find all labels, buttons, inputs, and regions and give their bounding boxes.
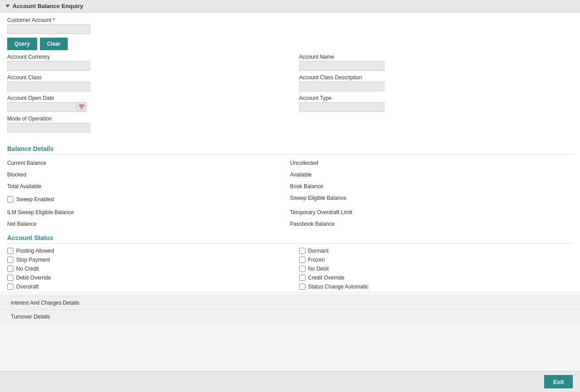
sweep-enabled-checkbox[interactable] bbox=[7, 196, 13, 202]
collapse-icon bbox=[5, 4, 10, 8]
debit-override-label: Debit Override bbox=[16, 275, 51, 281]
no-credit-checkbox[interactable] bbox=[7, 266, 13, 272]
stop-payment-checkbox[interactable] bbox=[7, 257, 13, 263]
sweep-eligible-balance-label: Sweep Eligible Balance bbox=[290, 194, 432, 205]
account-open-date-group: Account Open Date 📅 bbox=[7, 95, 281, 112]
uncollected-value bbox=[432, 159, 573, 167]
balance-details-title: Balance Details bbox=[7, 141, 573, 154]
passbook-balance-label: Passbook Balance bbox=[290, 220, 432, 228]
status-col-right: Dormant Frozen No Debit Credit Override … bbox=[299, 246, 573, 291]
content-area: Account Currency Customer Account * Quer… bbox=[0, 13, 580, 141]
frozen-label: Frozen bbox=[308, 257, 325, 263]
ilm-sweep-label: ILM Sweep Eligible Balance bbox=[7, 208, 148, 216]
overdraft-label: Overdraft bbox=[16, 284, 39, 290]
balance-row-6: Net Balance Passbook Balance bbox=[7, 218, 573, 230]
status-change-automatic-label: Status Change Automatic bbox=[308, 284, 369, 290]
account-class-desc-input[interactable] bbox=[299, 82, 384, 91]
posting-allowed-row: Posting Allowed bbox=[7, 246, 281, 255]
frozen-checkbox[interactable] bbox=[299, 257, 305, 263]
status-two-col: Posting Allowed Stop Payment No Credit D… bbox=[7, 246, 573, 291]
account-status-section: Account Status Posting Allowed Stop Paym… bbox=[0, 230, 580, 291]
ca-label-text: Customer Account * bbox=[7, 17, 55, 23]
sweep-enabled-wrapper: Sweep Enabled bbox=[7, 194, 148, 205]
dormant-row: Dormant bbox=[299, 246, 573, 255]
total-available-label: Total Available bbox=[7, 182, 148, 190]
clear-button[interactable]: Clear bbox=[40, 38, 68, 50]
stop-payment-row: Stop Payment bbox=[7, 255, 281, 264]
net-balance-label: Net Balance bbox=[7, 220, 148, 228]
account-class-desc-label: Account Class Description bbox=[299, 74, 573, 81]
account-currency-input[interactable] bbox=[7, 61, 90, 71]
posting-allowed-checkbox[interactable] bbox=[7, 248, 13, 254]
book-balance-label: Book Balance bbox=[290, 182, 432, 190]
passbook-balance-value bbox=[432, 220, 573, 228]
status-col-left: Posting Allowed Stop Payment No Credit D… bbox=[7, 246, 299, 291]
sweep-enabled-value bbox=[148, 194, 290, 205]
account-status-title: Account Status bbox=[7, 230, 573, 243]
temp-overdraft-label: Temporary Overdraft Limit bbox=[290, 208, 432, 216]
uncollected-label: Uncollected bbox=[290, 159, 432, 167]
book-balance-value bbox=[432, 182, 573, 190]
form-col-right: Account Name Account Class Description A… bbox=[299, 54, 573, 136]
ilm-sweep-value bbox=[148, 208, 290, 216]
dormant-label: Dormant bbox=[308, 248, 329, 254]
account-name-input[interactable] bbox=[299, 61, 384, 71]
credit-override-row: Credit Override bbox=[299, 273, 573, 282]
account-class-label: Account Class bbox=[7, 74, 281, 81]
turnover-details-label: Turnover Details bbox=[11, 314, 50, 320]
overdraft-checkbox[interactable] bbox=[7, 284, 13, 290]
form-two-col: Account Currency Account Class Account O… bbox=[7, 54, 573, 136]
exit-button[interactable]: Exit bbox=[544, 375, 573, 388]
frozen-row: Frozen bbox=[299, 255, 573, 264]
account-open-date-label: Account Open Date bbox=[7, 95, 281, 101]
section-title: Account Balance Enquiry bbox=[13, 3, 83, 9]
net-balance-value bbox=[148, 220, 290, 228]
query-button[interactable]: Query bbox=[7, 38, 37, 50]
available-value bbox=[432, 171, 573, 179]
credit-override-checkbox[interactable] bbox=[299, 275, 305, 281]
calendar-icon[interactable]: 📅 bbox=[77, 102, 87, 112]
collapsible-sections: Interest And Charges Details Turnover De… bbox=[0, 296, 580, 323]
button-row: Query Clear bbox=[7, 38, 573, 50]
account-currency-group: Account Currency bbox=[7, 54, 281, 71]
status-change-automatic-row: Status Change Automatic bbox=[299, 282, 573, 291]
temp-overdraft-value bbox=[432, 208, 573, 216]
balance-row-1: Current Balance Uncollected bbox=[7, 157, 573, 169]
required-star: * bbox=[52, 17, 55, 23]
interest-charges-section[interactable]: Interest And Charges Details bbox=[0, 296, 580, 310]
account-type-group: Account Type bbox=[299, 95, 573, 112]
balance-row-2: Blocked Available bbox=[7, 169, 573, 181]
account-class-input[interactable] bbox=[7, 82, 90, 91]
mode-of-operation-input[interactable] bbox=[7, 123, 90, 133]
no-debit-checkbox[interactable] bbox=[299, 266, 305, 272]
customer-account-input[interactable] bbox=[7, 24, 90, 34]
current-balance-value bbox=[148, 159, 290, 167]
no-credit-row: No Credit bbox=[7, 264, 281, 273]
account-open-date-input[interactable] bbox=[7, 102, 77, 112]
interest-charges-label: Interest And Charges Details bbox=[11, 300, 79, 306]
debit-override-checkbox[interactable] bbox=[7, 275, 13, 281]
credit-override-label: Credit Override bbox=[308, 275, 345, 281]
sweep-enabled-row: Sweep Enabled bbox=[7, 195, 148, 204]
account-type-input[interactable] bbox=[299, 102, 384, 112]
posting-allowed-label: Posting Allowed bbox=[16, 248, 54, 254]
footer-bar: Exit bbox=[0, 371, 580, 392]
account-type-label: Account Type bbox=[299, 95, 573, 101]
status-change-automatic-checkbox[interactable] bbox=[299, 284, 305, 290]
stop-payment-label: Stop Payment bbox=[16, 257, 50, 263]
dormant-checkbox[interactable] bbox=[299, 248, 305, 254]
balance-row-3: Total Available Book Balance bbox=[7, 181, 573, 192]
account-currency-label: Account Currency bbox=[7, 54, 281, 60]
blocked-label: Blocked bbox=[7, 171, 148, 179]
account-name-group: Account Name bbox=[299, 54, 573, 71]
total-available-value bbox=[148, 182, 290, 190]
balance-row-5: ILM Sweep Eligible Balance Temporary Ove… bbox=[7, 207, 573, 218]
sweep-eligible-balance-value bbox=[432, 194, 573, 205]
mode-of-operation-group: Mode of Operation bbox=[7, 116, 281, 133]
balance-row-4: Sweep Enabled Sweep Eligible Balance bbox=[7, 192, 573, 207]
account-name-label: Account Name bbox=[299, 54, 573, 60]
status-divider bbox=[7, 243, 573, 244]
turnover-details-section[interactable]: Turnover Details bbox=[0, 310, 580, 323]
blocked-value bbox=[148, 171, 290, 179]
date-input-wrapper: 📅 bbox=[7, 102, 281, 112]
